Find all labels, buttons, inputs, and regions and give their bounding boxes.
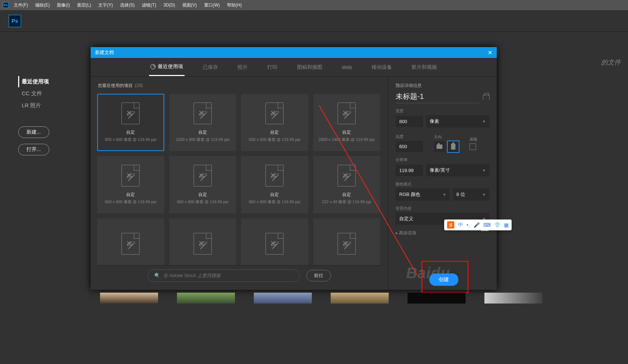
preset-thumb-icon xyxy=(265,165,284,187)
stock-search-input[interactable]: 🔍 在 Adobe Stock 上查找模板 xyxy=(148,269,300,282)
preset-dimensions: 800 x 600 像素 @ 119.99 ppi xyxy=(177,199,228,205)
preset-item[interactable] xyxy=(97,218,164,265)
recent-files-row xyxy=(100,293,542,304)
chevron-down-icon: ▼ xyxy=(482,168,486,172)
ime-mic-icon[interactable]: 🎤 xyxy=(474,222,480,228)
ime-punct-icon[interactable]: •, xyxy=(467,222,470,228)
ime-lang[interactable]: 中 xyxy=(458,222,463,228)
tab-print[interactable]: 打印 xyxy=(266,59,279,76)
open-button[interactable]: 打开... xyxy=(18,144,49,155)
ime-toolbox-icon[interactable]: ▦ xyxy=(504,222,509,228)
preset-thumb-icon xyxy=(338,165,356,187)
preset-label: 自定 xyxy=(270,192,279,198)
stock-placeholder: 在 Adobe Stock 上查找模板 xyxy=(163,272,221,279)
preset-item[interactable]: 自定 800 x 600 像素 @ 119.99 ppi xyxy=(97,94,164,151)
tab-recent[interactable]: 最近使用项 xyxy=(149,58,185,76)
preset-thumb-icon xyxy=(121,165,140,187)
menu-filter[interactable]: 滤镜(T) xyxy=(142,2,156,8)
menu-view[interactable]: 视图(V) xyxy=(182,2,197,8)
sidebar-item-ccfiles[interactable]: CC 文件 xyxy=(18,88,83,99)
tab-photo[interactable]: 照片 xyxy=(236,59,249,76)
tab-art[interactable]: 图稿和插图 xyxy=(296,59,324,76)
dialog-titlebar[interactable]: 新建文档 ✕ xyxy=(91,47,497,58)
preset-item[interactable]: 自定 800 x 600 像素 @ 119.99 ppi xyxy=(169,156,236,213)
recent-file-thumb[interactable] xyxy=(484,293,542,304)
preset-item[interactable]: 自定 500 x 500 像素 @ 119.99 ppi xyxy=(241,94,308,151)
width-input[interactable]: 800 xyxy=(396,116,423,127)
preset-dimensions: 500 x 500 像素 @ 119.99 ppi xyxy=(249,137,300,142)
color-depth-select[interactable]: 8 位▼ xyxy=(453,188,489,201)
advanced-options-toggle[interactable]: 高级选项 xyxy=(396,230,489,236)
menu-layer[interactable]: 图层(L) xyxy=(77,2,91,8)
preset-detail-panel: 预设详细信息 未标题-1 宽度 800 像素▼ 高度 600 方向 xyxy=(388,77,497,290)
create-button[interactable]: 创建 xyxy=(429,273,458,286)
search-icon: 🔍 xyxy=(154,273,160,278)
orientation-landscape[interactable] xyxy=(448,141,459,152)
menu-type[interactable]: 文字(Y) xyxy=(98,2,113,8)
recent-file-thumb[interactable] xyxy=(100,293,158,304)
ime-skin-icon[interactable]: 👕 xyxy=(494,222,500,228)
ime-keyboard-icon[interactable]: ⌨ xyxy=(483,222,491,228)
preset-thumb-icon xyxy=(265,233,284,255)
color-mode-select[interactable]: RGB 颜色▼ xyxy=(396,188,450,201)
preset-item[interactable] xyxy=(241,218,308,265)
preset-item[interactable]: 自定 800 x 600 像素 @ 119.99 ppi xyxy=(241,156,308,213)
preset-item[interactable] xyxy=(313,218,380,265)
chevron-down-icon: ▼ xyxy=(482,193,486,197)
preset-label: 自定 xyxy=(270,129,279,135)
resolution-unit-select[interactable]: 像素/英寸▼ xyxy=(426,164,489,176)
artboard-checkbox[interactable] xyxy=(470,143,476,150)
new-button[interactable]: 新建... xyxy=(18,126,49,138)
tab-mobile[interactable]: 移动设备 xyxy=(370,59,393,76)
recent-file-thumb[interactable] xyxy=(331,293,389,304)
preset-item[interactable]: 自定 2000 x 1400 像素 @ 119.99 ppi xyxy=(313,94,380,151)
recent-file-thumb[interactable] xyxy=(408,293,466,304)
preset-item[interactable]: 自定 222 x 43 像素 @ 119.99 ppi xyxy=(313,156,380,213)
height-label: 高度 xyxy=(396,134,423,139)
preset-label: 自定 xyxy=(198,129,207,135)
menu-3d[interactable]: 3D(D) xyxy=(164,3,175,8)
menu-bar: Ps 文件(F) 编辑(E) 图像(I) 图层(L) 文字(Y) 选择(S) 滤… xyxy=(0,0,628,10)
landscape-icon xyxy=(451,144,455,150)
sogou-logo-icon: S xyxy=(447,221,454,229)
preset-label: 自定 xyxy=(342,192,351,198)
sidebar-item-lrphotos[interactable]: LR 照片 xyxy=(18,100,83,111)
menu-image[interactable]: 图像(I) xyxy=(57,2,70,8)
color-mode-label: 颜色模式 xyxy=(396,181,489,187)
orientation-portrait[interactable] xyxy=(434,141,445,152)
preset-label: 自定 xyxy=(126,129,135,135)
preset-item[interactable]: 自定 1200 x 900 像素 @ 119.99 ppi xyxy=(169,94,236,151)
menu-edit[interactable]: 编辑(E) xyxy=(35,2,50,8)
preset-item[interactable] xyxy=(169,218,236,265)
resolution-input[interactable]: 119.99 xyxy=(396,165,423,176)
menu-window[interactable]: 窗口(W) xyxy=(204,2,220,8)
tab-web[interactable]: Web xyxy=(340,59,354,75)
width-unit-select[interactable]: 像素▼ xyxy=(426,115,489,127)
app-icon-small: Ps xyxy=(3,2,9,8)
stock-bar: 🔍 在 Adobe Stock 上查找模板 前往 xyxy=(97,265,381,285)
recent-file-thumb[interactable] xyxy=(254,293,312,304)
preset-thumb-icon xyxy=(194,165,212,187)
tab-film[interactable]: 胶片和视频 xyxy=(410,59,438,76)
sidebar-item-recent[interactable]: 最近使用项 xyxy=(18,76,83,87)
tab-saved[interactable]: 已保存 xyxy=(201,59,219,76)
dialog-tabs: 最近使用项 已保存 照片 打印 图稿和插图 Web 移动设备 胶片和视频 xyxy=(91,58,497,77)
save-preset-icon[interactable] xyxy=(483,95,489,100)
ime-toolbar[interactable]: S 中 •, 🎤 ⌨ 👕 ▦ xyxy=(444,219,512,230)
preset-thumb-icon xyxy=(338,233,356,255)
menu-file[interactable]: 文件(F) xyxy=(14,2,28,8)
stock-go-button[interactable]: 前往 xyxy=(306,270,331,281)
orientation-label: 方向 xyxy=(434,134,459,140)
height-input[interactable]: 600 xyxy=(396,141,423,152)
portrait-icon xyxy=(437,145,442,149)
preset-label: 自定 xyxy=(126,192,135,198)
preset-item[interactable]: 自定 600 x 600 像素 @ 119.99 ppi xyxy=(97,156,164,213)
preset-thumb-icon xyxy=(121,233,140,255)
document-name-input[interactable]: 未标题-1 xyxy=(396,92,479,103)
dialog-title: 新建文档 xyxy=(95,49,114,56)
menu-help[interactable]: 帮助(H) xyxy=(227,2,242,8)
menu-select[interactable]: 选择(S) xyxy=(120,2,135,8)
close-icon[interactable]: ✕ xyxy=(488,49,492,56)
preset-thumb-icon xyxy=(265,102,284,124)
recent-file-thumb[interactable] xyxy=(177,293,235,304)
